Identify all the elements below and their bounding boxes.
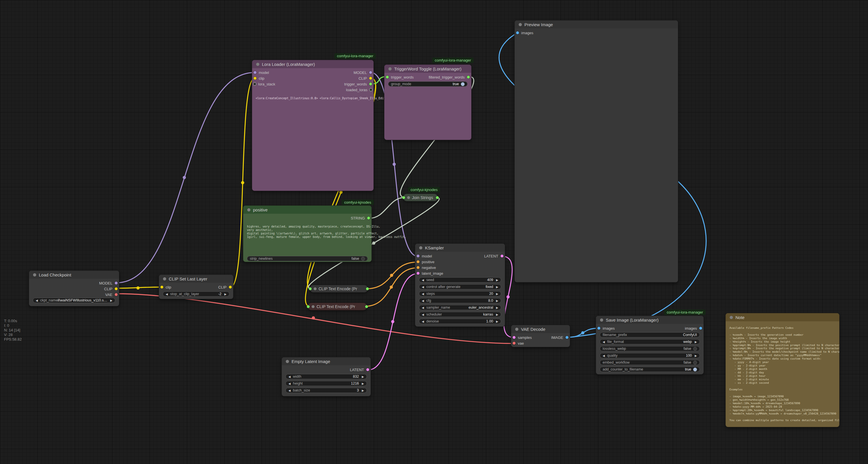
- number-left-arrow[interactable]: ◀: [602, 354, 605, 357]
- collapse-dot-icon[interactable]: [407, 196, 410, 199]
- add-counter-toggle[interactable]: add_counter_to_filenametrue: [600, 367, 700, 372]
- link-dot[interactable]: [241, 181, 244, 184]
- cfg-widget[interactable]: ◀cfg8.0▶: [419, 298, 501, 303]
- number-left-arrow[interactable]: ◀: [288, 375, 291, 378]
- port-latent-output[interactable]: [501, 255, 503, 257]
- node-header[interactable]: CLIP Set Last Layer: [159, 275, 233, 283]
- port-clip-input[interactable]: [254, 77, 256, 80]
- node-ksampler[interactable]: KSampler model LATENT positive negative …: [415, 243, 505, 327]
- steps-widget[interactable]: ◀steps20▶: [419, 291, 501, 296]
- ckpt-name-widget[interactable]: ◀ ckpt_name il\waiNSFWIllustrious_v110.s…: [33, 298, 115, 303]
- width-widget[interactable]: ◀width832▶: [285, 374, 367, 379]
- positive-prompt-text[interactable]: highres, very detailed, amazing quality,…: [247, 225, 406, 239]
- number-left-arrow[interactable]: ◀: [422, 292, 424, 295]
- toggle-off-icon[interactable]: [693, 361, 697, 365]
- collapse-dot-icon[interactable]: [286, 360, 289, 363]
- port-trigger-words-input[interactable]: [386, 76, 389, 79]
- quality-widget[interactable]: ◀quality100▶: [600, 353, 700, 358]
- node-header[interactable]: Preview Image: [515, 21, 678, 28]
- lora-syntax-text[interactable]: <lora:CreateConcept_Illustrious:0.8> <lo…: [256, 96, 399, 100]
- port-image-output[interactable]: [565, 336, 568, 339]
- combo-right-arrow[interactable]: ▶: [694, 340, 697, 344]
- collapse-dot-icon[interactable]: [600, 318, 603, 322]
- port-samples-input[interactable]: [513, 336, 516, 339]
- collapse-dot-icon[interactable]: [312, 305, 314, 308]
- port-clip-output[interactable]: [115, 287, 118, 290]
- combo-left-arrow[interactable]: ◀: [422, 313, 424, 316]
- collapsed-input-dot[interactable]: [402, 196, 405, 199]
- port-positive-input[interactable]: [416, 260, 420, 263]
- node-clip-set-last-layer[interactable]: CLIP Set Last Layer clip CLIP ◀ stop_at_…: [159, 274, 234, 299]
- node-empty-latent-image[interactable]: Empty Latent Image LATENT ◀width832▶ ◀he…: [281, 357, 371, 397]
- toggle-off-icon[interactable]: [693, 347, 697, 351]
- seed-widget[interactable]: ◀seed409▶: [419, 277, 501, 283]
- toggle-on-icon[interactable]: [693, 368, 697, 371]
- port-images-input[interactable]: [516, 31, 519, 34]
- number-left-arrow[interactable]: ◀: [422, 279, 424, 282]
- combo-left-arrow[interactable]: ◀: [422, 306, 424, 309]
- collapsed-input-dot[interactable]: [309, 287, 312, 290]
- height-widget[interactable]: ◀height1216▶: [285, 381, 367, 386]
- node-header[interactable]: Note: [726, 313, 839, 321]
- node-load-checkpoint[interactable]: Load Checkpoint MODEL CLIP VAE ◀ ckpt_na…: [29, 270, 119, 307]
- node-header[interactable]: KSampler: [415, 244, 505, 252]
- collapse-dot-icon[interactable]: [519, 23, 522, 26]
- collapse-dot-icon[interactable]: [419, 246, 422, 250]
- link-dot[interactable]: [136, 287, 140, 290]
- strip-newlines-toggle[interactable]: strip_newlines false: [247, 256, 368, 261]
- control-after-generate-widget[interactable]: ◀control after generatefixed▶: [419, 284, 501, 289]
- port-vae-output[interactable]: [115, 293, 118, 296]
- batch-size-widget[interactable]: ◀batch_size3▶: [285, 388, 367, 393]
- toggle-on-icon[interactable]: [461, 82, 465, 86]
- link-dot[interactable]: [393, 163, 396, 166]
- collapse-dot-icon[interactable]: [389, 67, 392, 70]
- port-loaded-loras-output[interactable]: [370, 89, 372, 91]
- collapse-dot-icon[interactable]: [256, 63, 259, 66]
- node-triggerword-toggle[interactable]: TriggerWord Toggle (LoraManager) trigger…: [384, 64, 471, 140]
- embed-workflow-toggle[interactable]: embed_workflowfalse: [600, 360, 700, 365]
- collapsed-output-dot[interactable]: [366, 287, 369, 290]
- node-graph-canvas[interactable]: Load Checkpoint MODEL CLIP VAE ◀ ckpt_na…: [0, 0, 868, 464]
- number-right-arrow[interactable]: ▶: [362, 389, 364, 392]
- node-vae-decode[interactable]: VAE Decode samples IMAGE vae: [511, 325, 570, 347]
- number-right-arrow[interactable]: ▶: [224, 293, 226, 296]
- port-trigger-words-output[interactable]: [369, 83, 372, 85]
- node-header[interactable]: Load Checkpoint: [29, 271, 119, 279]
- toggle-off-icon[interactable]: [361, 257, 365, 261]
- link-dot[interactable]: [372, 242, 375, 245]
- combo-left-arrow[interactable]: ◀: [36, 299, 38, 302]
- stop-at-clip-layer-widget[interactable]: ◀ stop_at_clip_layer -2 ▶: [163, 291, 229, 297]
- node-preview-image[interactable]: Preview Image images: [514, 20, 678, 283]
- collapse-dot-icon[interactable]: [247, 208, 250, 211]
- file-format-widget[interactable]: ◀file_formatwebp▶: [600, 339, 700, 344]
- number-left-arrow[interactable]: ◀: [422, 320, 424, 323]
- group-mode-toggle[interactable]: group_mode true: [388, 81, 467, 87]
- filename-prefix-widget[interactable]: filename_prefixComfyUI: [600, 332, 700, 338]
- lossless-webp-toggle[interactable]: lossless_webpfalse: [600, 346, 700, 351]
- link-dot[interactable]: [390, 286, 393, 289]
- link-dot[interactable]: [390, 274, 393, 277]
- number-right-arrow[interactable]: ▶: [496, 320, 498, 323]
- link-dot[interactable]: [391, 320, 395, 323]
- port-filtered-trigger-words-output[interactable]: [467, 76, 470, 79]
- node-header[interactable]: positive: [243, 206, 371, 214]
- combo-right-arrow[interactable]: ▶: [496, 285, 498, 289]
- combo-right-arrow[interactable]: ▶: [496, 313, 498, 316]
- port-clip-output[interactable]: [229, 286, 232, 289]
- number-right-arrow[interactable]: ▶: [496, 299, 498, 302]
- port-vae-input[interactable]: [513, 342, 516, 345]
- number-right-arrow[interactable]: ▶: [694, 354, 697, 357]
- denoise-widget[interactable]: ◀denoise1.00▶: [419, 319, 501, 324]
- port-clip-input[interactable]: [160, 286, 163, 289]
- number-left-arrow[interactable]: ◀: [288, 382, 291, 385]
- port-negative-input[interactable]: [416, 266, 420, 269]
- collapsed-output-dot[interactable]: [436, 196, 439, 199]
- link-dot[interactable]: [312, 316, 315, 320]
- combo-left-arrow[interactable]: ◀: [422, 285, 424, 289]
- node-save-image[interactable]: Save Image (LoraManager) images images f…: [596, 316, 704, 375]
- number-left-arrow[interactable]: ◀: [165, 293, 168, 296]
- note-text[interactable]: Available filename_prefix Pattern Codes …: [730, 326, 839, 425]
- collapse-dot-icon[interactable]: [314, 287, 316, 290]
- port-images-input[interactable]: [597, 327, 600, 330]
- node-header[interactable]: Save Image (LoraManager): [596, 316, 704, 324]
